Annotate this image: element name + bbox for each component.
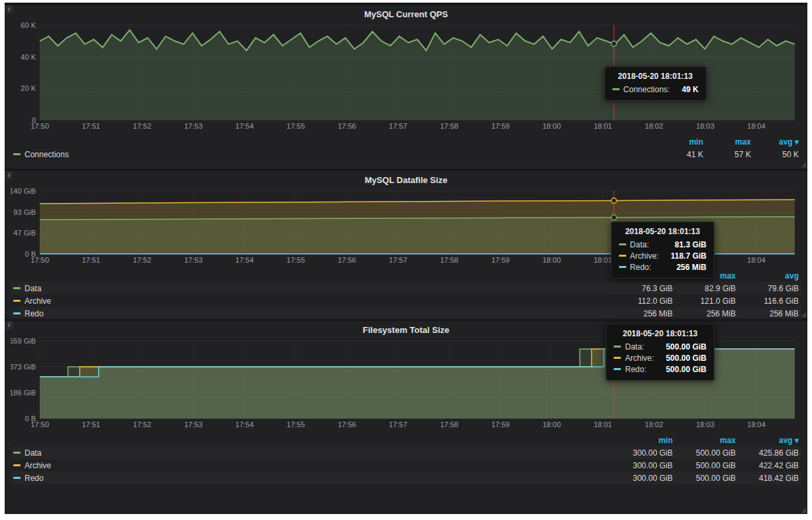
x-tick-label: 18:04	[747, 256, 766, 264]
legend-header-row: minmaxavg ▾	[11, 434, 801, 446]
crosshair-point-archive	[611, 198, 616, 204]
legend-min-value: 76.3 GiB	[610, 284, 673, 293]
series-color-swatch-icon	[614, 368, 621, 370]
x-tick-label: 17:52	[133, 421, 152, 428]
legend-series-name: Archive	[25, 296, 51, 306]
legend-avg-value: 418.42 GiB	[736, 474, 799, 483]
legend-series-toggle[interactable]: Archive	[13, 296, 610, 306]
tooltip-series-row: Archive:118.7 GiB	[619, 251, 707, 262]
legend-header-max[interactable]: max	[703, 137, 751, 147]
legend-series-toggle[interactable]: Redo	[13, 474, 610, 483]
legend-series-row: Data76.3 GiB82.9 GiB79.6 GiB	[11, 282, 801, 294]
y-tick-label: 47 GiB	[13, 229, 36, 237]
series-color-swatch-icon	[614, 357, 621, 359]
x-tick-label: 18:04	[747, 122, 766, 130]
legend-series-row: Data300.00 GiB500.00 GiB425.86 GiB	[11, 446, 801, 459]
legend-avg-value: 50 K	[751, 150, 799, 159]
series-color-swatch-icon	[13, 300, 21, 302]
panel-info-icon[interactable]: i	[5, 5, 13, 14]
legend-header-max[interactable]: max	[673, 436, 736, 445]
legend-series-toggle[interactable]: Data	[13, 284, 610, 293]
chart-tooltip: 2018-05-20 18:01:13Connections:49 K	[604, 66, 707, 101]
x-tick-label: 18:01	[594, 122, 612, 130]
panel-title[interactable]: MySQL Current QPS	[11, 7, 801, 21]
legend-series-toggle[interactable]: Archive	[13, 461, 610, 470]
tooltip-series-row: Data:500.00 GiB	[614, 342, 707, 353]
x-tick-label: 17:51	[82, 122, 100, 130]
tooltip-series-row: Connections:49 K	[612, 84, 699, 96]
legend-header-avg[interactable]: avg ▾	[736, 436, 799, 445]
tooltip-label-text: Redo:	[630, 263, 651, 272]
legend-header-min[interactable]: min	[655, 137, 703, 147]
series-color-swatch-icon	[13, 287, 21, 289]
legend-max-value: 121.0 GiB	[673, 296, 736, 306]
series-color-swatch-icon	[619, 255, 626, 257]
tooltip-value: 118.7 GiB	[671, 251, 707, 262]
panel-mysql-datafile-size: i MySQL Datafile Size 17:5017:5117:5217:…	[5, 171, 807, 318]
legend-series-row: Archive112.0 GiB121.0 GiB116.6 GiB	[11, 294, 801, 307]
y-tick-label: 0 B	[25, 415, 36, 422]
y-tick-label: 20 K	[21, 84, 36, 92]
y-tick-label: 0	[32, 116, 36, 124]
legend-header-min[interactable]: min	[610, 436, 673, 445]
x-tick-label: 17:53	[184, 421, 203, 428]
legend-series-toggle[interactable]: Redo	[13, 309, 610, 318]
legend-min-value: 300.00 GiB	[610, 461, 673, 470]
x-tick-label: 17:53	[184, 122, 203, 130]
legend-header-avg[interactable]: avg ▾	[751, 137, 799, 147]
crosshair-point-data	[611, 215, 616, 220]
legend-min-value: 300.00 GiB	[610, 448, 673, 458]
legend-max-value: 82.9 GiB	[673, 284, 736, 293]
panel-title[interactable]: MySQL Datafile Size	[11, 172, 801, 187]
legend-min-value: 41 K	[655, 150, 703, 159]
legend-header-row: minmaxavg ▾	[11, 135, 801, 148]
tooltip-series-row: Data:81.3 GiB	[619, 239, 707, 251]
legend-series-toggle[interactable]: Data	[13, 448, 610, 458]
legend-series-row: Connections41 K57 K50 K	[11, 148, 801, 161]
grafana-dashboard: i MySQL Current QPS 17:5017:5117:5217:53…	[5, 3, 807, 514]
tooltip-series-label: Archive:	[619, 251, 659, 262]
legend-max-value: 256 MiB	[673, 309, 736, 318]
tooltip-label-text: Data:	[625, 342, 644, 352]
legend-max-value: 500.00 GiB	[673, 474, 736, 483]
x-tick-label: 17:56	[338, 256, 356, 264]
chart-tooltip: 2018-05-20 18:01:13Data:81.3 GiBArchive:…	[611, 222, 714, 279]
tooltip-series-label: Data:	[614, 342, 644, 353]
series-color-swatch-icon	[619, 266, 626, 268]
tooltip-timestamp: 2018-05-20 18:01:13	[612, 72, 699, 81]
x-tick-label: 17:59	[492, 421, 510, 428]
y-tick-label: 186 GiB	[11, 389, 36, 397]
panel-info-icon[interactable]: i	[5, 321, 13, 330]
legend-series-name: Redo	[25, 474, 44, 483]
x-tick-label: 18:00	[543, 122, 561, 130]
legend-series-name: Redo	[25, 309, 44, 318]
panel-resize-handle[interactable]: ◢	[798, 506, 806, 514]
x-tick-label: 17:51	[82, 421, 100, 428]
x-tick-label: 17:51	[82, 256, 100, 264]
filesystem-legend: minmaxavg ▾Data300.00 GiB500.00 GiB425.8…	[11, 434, 801, 484]
x-tick-label: 17:57	[389, 421, 407, 428]
tooltip-label-text: Redo:	[625, 365, 646, 374]
x-tick-label: 17:55	[287, 421, 305, 428]
x-tick-label: 17:59	[492, 122, 510, 130]
legend-series-toggle[interactable]: Connections	[13, 150, 655, 159]
panel-resize-handle[interactable]: ◢	[798, 310, 806, 318]
y-tick-label: 0 B	[25, 250, 36, 258]
series-color-swatch-icon	[612, 88, 620, 90]
panel-resize-handle[interactable]: ◢	[798, 161, 806, 168]
legend-series-name: Archive	[25, 461, 51, 470]
panel-info-icon[interactable]: i	[5, 171, 13, 180]
tooltip-series-label: Redo:	[614, 364, 646, 375]
legend-max-value: 57 K	[703, 150, 751, 159]
legend-max-value: 500.00 GiB	[673, 448, 736, 458]
x-tick-label: 18:00	[543, 421, 561, 428]
legend-series-row: Redo256 MiB256 MiB256 MiB	[11, 307, 801, 320]
legend-header-avg[interactable]: avg	[736, 271, 799, 281]
panel-filesystem-total-size: i Filesystem Total Size 17:5017:5117:521…	[5, 321, 807, 514]
tooltip-label-text: Archive:	[630, 251, 659, 261]
legend-max-value: 500.00 GiB	[673, 461, 736, 470]
tooltip-label-text: Connections:	[624, 85, 670, 94]
x-tick-label: 18:01	[594, 421, 612, 428]
legend-avg-value: 79.6 GiB	[736, 284, 799, 293]
x-tick-label: 17:59	[492, 256, 510, 264]
